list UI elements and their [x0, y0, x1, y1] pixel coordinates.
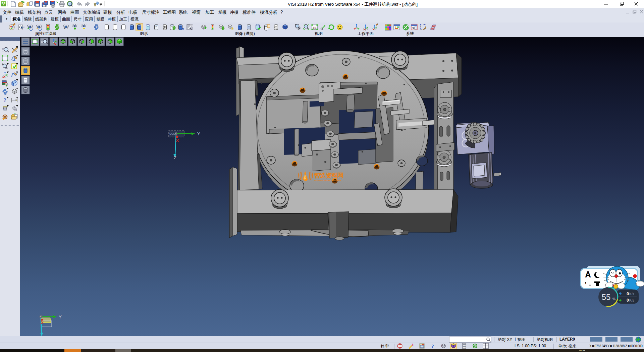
svg-text:?: ?: [4, 97, 7, 103]
svg-text:55: 55: [602, 293, 611, 302]
svg-text:INTELLIGENT MANUFACTURING DATA: INTELLIGENT MANUFACTURING DATA: [314, 179, 341, 181]
svg-text:?: ?: [431, 344, 434, 349]
svg-text:0: 0: [627, 298, 629, 303]
svg-text:K/s: K/s: [629, 299, 634, 302]
svg-text:%: %: [612, 297, 615, 301]
svg-text:图形: 图形: [140, 31, 148, 36]
svg-text:Y: Y: [59, 314, 62, 319]
svg-text:系统: 系统: [406, 31, 414, 36]
svg-text:属性/过滤器: 属性/过滤器: [35, 31, 56, 36]
svg-text:Z: Z: [174, 155, 176, 160]
svg-text:图像 (进阶): 图像 (进阶): [235, 31, 255, 36]
svg-text:工作平面: 工作平面: [358, 31, 374, 36]
svg-text:,: ,: [585, 277, 586, 284]
svg-text:0: 0: [627, 291, 629, 296]
svg-text:视图: 视图: [314, 31, 323, 36]
svg-text:1:1: 1:1: [313, 26, 317, 29]
svg-text:V: V: [2, 1, 5, 6]
svg-text:智造资料网: 智造资料网: [314, 172, 343, 179]
svg-text:K/s: K/s: [629, 292, 634, 296]
svg-text:Y: Y: [197, 131, 200, 136]
